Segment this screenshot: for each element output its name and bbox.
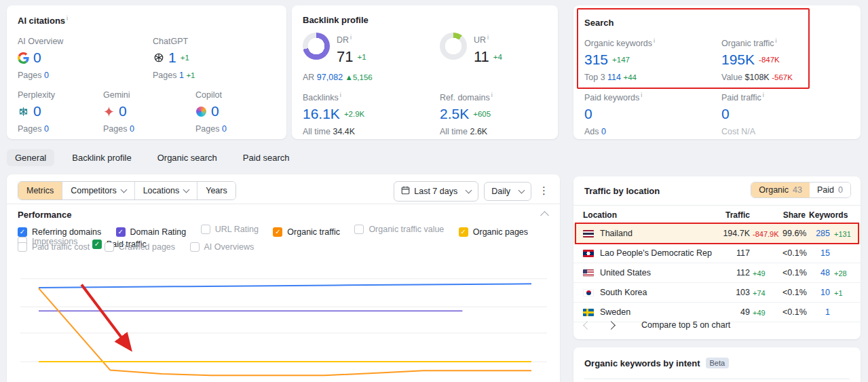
- chatgpt-label: ChatGPT: [153, 37, 241, 46]
- chevron-down-icon: [120, 187, 127, 193]
- site-explorer-overview-page: AI citationsi AI Overview 0 Pages 0 Chat…: [0, 0, 868, 382]
- location-table-footer: Compare top 5 on chart: [584, 320, 730, 330]
- location-row-thailand[interactable]: Thailand 194.7K -847.9K 99.6% 285 +131: [573, 224, 861, 244]
- ahrefs-rank-link[interactable]: 97,082: [317, 73, 343, 82]
- url-rating-stat: URi 11+4: [474, 34, 502, 66]
- info-icon: i: [776, 37, 777, 44]
- checkbox-icon: [190, 242, 200, 252]
- chatgpt-value: 1: [168, 50, 176, 66]
- metric-toggles-row-2: Paid traffic cost Crawled pages AI Overv…: [18, 242, 554, 254]
- competitors-segment-button[interactable]: Competitors: [62, 182, 134, 199]
- url-rating-value: 11: [474, 48, 489, 66]
- laos-flag: [583, 250, 594, 257]
- ai-overview-value: 0: [33, 50, 41, 66]
- keywords-by-intent-title: Organic keywords by intentBeta: [584, 358, 729, 368]
- toggle-organic[interactable]: Organic43: [751, 183, 810, 197]
- domain-rating-stat: DRi 71+1: [337, 34, 366, 66]
- info-icon: i: [641, 92, 642, 98]
- report-tabs: General Backlink profile Organic search …: [7, 149, 298, 166]
- paid-keywords-value: 0: [584, 106, 592, 122]
- chatgpt-pages-link[interactable]: 1: [179, 71, 184, 80]
- date-range-button[interactable]: Last 7 days: [394, 181, 478, 202]
- collapse-section-icon[interactable]: [540, 211, 549, 220]
- ahrefs-rank-line: AR 97,082 ▲5,156: [303, 73, 373, 82]
- location-row-south-korea[interactable]: South Korea 103 +74 <0.1% 10 +1: [573, 283, 861, 303]
- granularity-button[interactable]: Daily: [484, 182, 531, 201]
- traffic-by-location-title: Traffic by location: [584, 186, 660, 196]
- ref-domains-stat: Ref. domainsi 2.5K+605 All time 2.6K: [440, 92, 493, 136]
- checkbox-icon: [105, 242, 114, 252]
- gemini-stat: Gemini 0 Pages 0: [103, 90, 191, 134]
- sweden-flag: [583, 309, 594, 316]
- organic-keywords-value[interactable]: 315: [584, 52, 608, 68]
- metric-organic-traffic[interactable]: ✓Organic traffic: [273, 227, 340, 237]
- location-row-sweden[interactable]: Sweden 49 +49 <0.1% 1: [573, 303, 861, 322]
- backlink-profile-title: Backlink profile: [303, 15, 369, 25]
- info-icon: i: [763, 92, 764, 98]
- metric-paid-traffic-cost[interactable]: Paid traffic cost: [18, 242, 90, 252]
- ads-link[interactable]: 0: [601, 127, 606, 136]
- ref-domains-value[interactable]: 2.5K: [440, 106, 469, 122]
- backlinks-value[interactable]: 16.1K: [303, 106, 340, 122]
- column-keywords: Keywords: [809, 210, 848, 220]
- ai-overview-stat: AI Overview 0 Pages 0: [18, 37, 106, 80]
- more-options-icon[interactable]: ⋮: [539, 185, 549, 197]
- locations-segment-button[interactable]: Locations: [135, 182, 198, 199]
- location-row-laos[interactable]: Lao People's Democratic Rep 117 <0.1% 15: [573, 244, 861, 263]
- years-segment-button[interactable]: Years: [197, 182, 235, 199]
- metric-domain-rating[interactable]: ✓Domain Rating: [116, 227, 187, 237]
- metric-referring-domains[interactable]: ✓Referring domains: [18, 227, 101, 237]
- tab-organic-search[interactable]: Organic search: [149, 149, 225, 166]
- backlink-profile-card: Backlink profile DRi 71+1 AR 97,082 ▲5,1…: [292, 5, 558, 139]
- location-row-united-states[interactable]: United States 112 +49 <0.1% 48 +28: [573, 263, 861, 283]
- checkbox-icon: ✓: [273, 227, 282, 237]
- search-card: Search Organic keywordsi 315+147 Top 3 1…: [573, 5, 861, 139]
- metric-url-rating[interactable]: URL Rating: [201, 225, 259, 234]
- column-share: Share: [777, 210, 806, 220]
- next-page-icon[interactable]: [607, 321, 616, 330]
- copilot-pages-link[interactable]: 0: [222, 124, 227, 134]
- south-korea-flag: [583, 289, 594, 297]
- metric-organic-traffic-value[interactable]: Organic traffic value: [354, 225, 444, 234]
- info-icon: i: [67, 15, 68, 22]
- tab-paid-search[interactable]: Paid search: [235, 149, 298, 166]
- paid-keywords-stat: Paid keywordsi 0 Ads 0: [584, 92, 642, 136]
- prev-page-icon[interactable]: [583, 321, 592, 330]
- metric-organic-pages[interactable]: ✓Organic pages: [459, 227, 528, 237]
- ai-citations-card: AI citationsi AI Overview 0 Pages 0 Chat…: [7, 5, 286, 139]
- ai-overview-pages-link[interactable]: 0: [44, 71, 49, 80]
- perplexity-value: 0: [33, 103, 41, 119]
- url-rating-donut: [440, 33, 467, 60]
- top3-link[interactable]: 114: [607, 73, 621, 82]
- compare-top5-button[interactable]: Compare top 5 on chart: [641, 320, 730, 330]
- metrics-segment-button[interactable]: Metrics: [18, 182, 62, 199]
- beta-badge: Beta: [706, 358, 730, 368]
- perplexity-pages-link[interactable]: 0: [44, 124, 49, 134]
- tab-backlink-profile[interactable]: Backlink profile: [64, 149, 139, 166]
- thailand-flag: [583, 230, 594, 237]
- organic-traffic-value[interactable]: 195K: [721, 52, 755, 68]
- paid-traffic-value: 0: [721, 106, 730, 122]
- checkbox-icon: ✓: [18, 227, 27, 237]
- gemini-pages-link[interactable]: 0: [130, 124, 134, 134]
- toggle-paid[interactable]: Paid0: [810, 183, 850, 197]
- united-states-flag: [583, 269, 594, 277]
- ai-citations-title-text: AI citations: [18, 16, 65, 26]
- backlinks-stat: Backlinksi 16.1K+2.9K All time 34.4K: [303, 92, 364, 136]
- perplexity-label: Perplexity: [18, 90, 106, 100]
- gemini-label: Gemini: [103, 90, 191, 100]
- tab-general[interactable]: General: [7, 149, 54, 166]
- metric-ai-overviews[interactable]: AI Overviews: [190, 242, 254, 252]
- performance-title: Performance: [18, 210, 71, 220]
- gemini-value: 0: [119, 103, 127, 119]
- performance-line-chart[interactable]: [7, 260, 560, 382]
- chevron-down-icon: [518, 187, 525, 194]
- ai-citations-title: AI citationsi: [18, 15, 68, 26]
- metric-crawled-pages[interactable]: Crawled pages: [105, 242, 175, 252]
- chart-filter-bar: Metrics Competitors Locations Years: [18, 181, 236, 200]
- gemini-icon: [103, 106, 115, 117]
- location-table: Location Traffic Share Keywords Thailand…: [573, 206, 861, 322]
- info-icon: i: [340, 92, 341, 98]
- chevron-down-icon: [466, 187, 472, 194]
- search-title: Search: [584, 18, 614, 28]
